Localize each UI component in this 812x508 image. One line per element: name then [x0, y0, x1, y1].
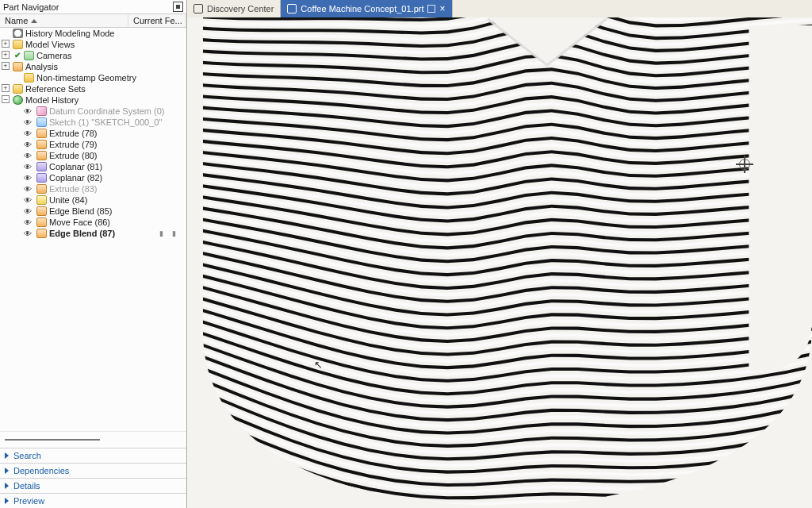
visibility-icon[interactable]: 👁	[24, 118, 35, 127]
part-navigator-panel: Part Navigator Name Current Fe... Histor…	[0, 0, 187, 508]
tree-item-label[interactable]: Move Face (86)	[48, 217, 110, 227]
svg-rect-1	[741, 17, 812, 383]
tree-item-label[interactable]: Reference Sets	[25, 84, 86, 94]
extrude-icon	[36, 184, 47, 194]
section-details[interactable]: Details	[0, 478, 186, 493]
datum-icon	[36, 106, 47, 116]
visibility-icon[interactable]: 👁	[24, 218, 35, 227]
tree-item-label[interactable]: Extrude (83)	[48, 184, 98, 194]
section-preview[interactable]: Preview	[0, 493, 186, 508]
tree-item-label[interactable]: Sketch (1) "SKETCH_000_0"	[48, 117, 162, 127]
folder-icon	[24, 73, 34, 83]
extrude-icon	[36, 129, 47, 138]
tree-expander[interactable]: +	[2, 40, 10, 48]
tree-item-label[interactable]: Model Views	[25, 40, 75, 49]
undock-icon[interactable]	[173, 2, 183, 12]
visibility-icon[interactable]: 👁	[24, 229, 35, 238]
tree-expander[interactable]: –	[2, 95, 10, 103]
tree-expander[interactable]: +	[2, 51, 10, 59]
graphics-canvas[interactable]	[187, 17, 812, 508]
section-dependencies[interactable]: Dependencies	[0, 463, 186, 478]
folder-icon	[13, 40, 23, 49]
tab-active-document[interactable]: Coffee Machine Concept_01.prt ×	[281, 0, 452, 17]
navigator-tree[interactable]: History Modeling Mode+Model Views+✔Camer…	[0, 28, 186, 431]
tree-item-label[interactable]: History Modeling Mode	[25, 29, 115, 38]
tree-item-label[interactable]: Coplanar (81)	[48, 162, 102, 171]
history-icon	[13, 95, 23, 105]
clock-icon	[13, 29, 23, 38]
tree-item-label[interactable]: Extrude (80)	[48, 151, 98, 160]
extrude-icon	[36, 140, 47, 149]
blend-icon	[36, 206, 47, 216]
tree-item-label[interactable]: Extrude (79)	[48, 140, 98, 149]
tree-item-label[interactable]: Cameras	[36, 51, 72, 60]
visibility-icon[interactable]: 👁	[24, 207, 35, 216]
chevron-right-icon	[5, 483, 9, 489]
gauge-icon	[13, 62, 23, 71]
tree-item-label[interactable]: Edge Blend (87)	[48, 229, 115, 238]
part-file-icon	[287, 4, 297, 13]
sketch-icon	[36, 117, 47, 127]
tab-discovery-center[interactable]: Discovery Center	[187, 0, 281, 17]
tree-item-label[interactable]: Coplanar (82)	[48, 173, 102, 183]
coplanar-icon	[36, 162, 47, 171]
chevron-right-icon	[5, 468, 9, 474]
tree-item-label[interactable]: Extrude (78)	[48, 129, 98, 138]
coplanar-icon	[36, 173, 47, 183]
chevron-right-icon	[5, 452, 9, 459]
tree-item-label[interactable]: Model History	[25, 95, 79, 105]
tree-expander[interactable]: +	[2, 84, 10, 92]
visibility-icon[interactable]: 👁	[24, 129, 35, 138]
cam-icon	[24, 51, 34, 60]
extrude-icon	[36, 151, 47, 160]
tree-item-label[interactable]: Analysis	[25, 62, 58, 71]
tree-columns: Name Current Fe...	[0, 14, 186, 28]
panel-title-bar: Part Navigator	[0, 0, 186, 14]
tree-item-label[interactable]: Edge Blend (85)	[48, 206, 113, 216]
graphics-viewport[interactable]: Discovery Center Coffee Machine Concept_…	[187, 0, 812, 508]
visibility-icon[interactable]: 👁	[24, 152, 35, 160]
folder-icon	[13, 84, 23, 94]
tree-item-label[interactable]: Unite (84)	[48, 195, 87, 205]
close-icon[interactable]: ×	[439, 4, 445, 13]
tree-expander[interactable]: +	[2, 62, 10, 70]
column-name[interactable]: Name	[0, 14, 128, 27]
document-tab-bar: Discovery Center Coffee Machine Concept_…	[187, 0, 812, 18]
chevron-right-icon	[5, 498, 9, 504]
discovery-icon	[193, 4, 203, 13]
visibility-icon[interactable]: 👁	[24, 140, 35, 149]
visibility-icon[interactable]: 👁	[24, 196, 35, 205]
tree-hscroll[interactable]	[0, 431, 186, 448]
sort-ascending-icon	[31, 19, 37, 23]
section-search[interactable]: Search	[0, 448, 186, 463]
blend-icon	[36, 229, 47, 238]
panel-title: Part Navigator	[3, 2, 59, 12]
current-feature-marker: ▮▮	[159, 229, 183, 237]
visibility-icon[interactable]: 👁	[24, 174, 35, 183]
unite-icon	[36, 195, 47, 205]
tree-item-label[interactable]: Non-timestamp Geometry	[36, 73, 136, 83]
visibility-icon[interactable]: 👁	[24, 163, 35, 171]
visibility-icon[interactable]: 👁	[24, 185, 35, 194]
popout-icon[interactable]	[427, 5, 435, 13]
visibility-icon[interactable]: 👁	[24, 107, 35, 116]
move-icon	[36, 217, 47, 227]
tree-item-label[interactable]: Datum Coordinate System (0)	[48, 106, 165, 116]
column-current-feature[interactable]: Current Fe...	[128, 14, 186, 27]
